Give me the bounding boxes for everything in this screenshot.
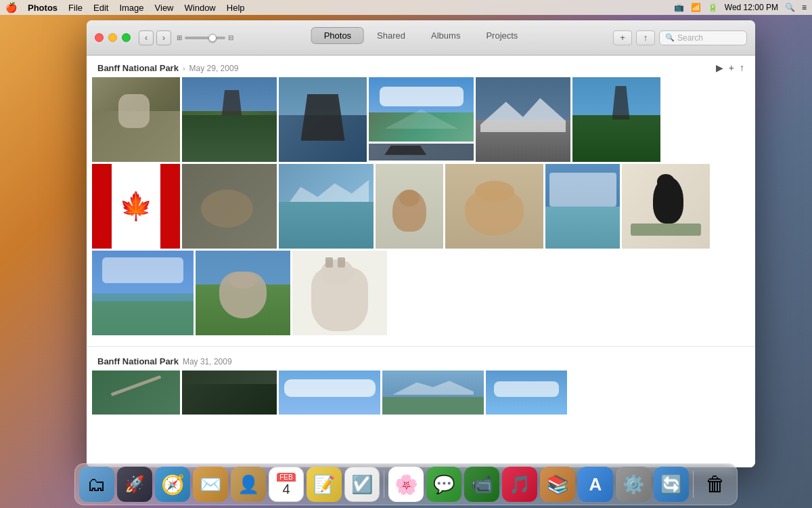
photo-cell[interactable]: [292, 251, 387, 335]
squirrel-col: [376, 164, 443, 249]
section1-share-icon[interactable]: ↑: [740, 62, 744, 73]
section2-location[interactable]: Banff National Park: [97, 356, 179, 366]
dock-appstore[interactable]: A: [578, 467, 613, 502]
slideshow-icon[interactable]: ▶: [716, 62, 723, 73]
dock-calendar[interactable]: FEB4: [269, 467, 304, 502]
dock-trash[interactable]: 🗑: [698, 467, 733, 502]
dock-separator: [384, 471, 384, 498]
section2-header: Banff National Park May 31, 2009: [87, 350, 755, 371]
photo-cell[interactable]: [182, 371, 277, 415]
share-button[interactable]: ↑: [636, 30, 655, 45]
photo-cell[interactable]: [92, 371, 180, 415]
zoom-slider[interactable]: ⊞ ⊟: [177, 34, 233, 41]
section1-date: May 29, 2009: [189, 64, 239, 73]
photo-cell[interactable]: [376, 164, 443, 249]
menu-help[interactable]: Help: [227, 3, 245, 13]
photo-cell[interactable]: [92, 77, 180, 162]
notification-icon[interactable]: ≡: [802, 3, 807, 12]
photo-row-2: 🍁: [87, 164, 755, 249]
photo-row-4: [87, 371, 755, 415]
traffic-lights: [95, 33, 131, 42]
search-icon: 🔍: [665, 33, 675, 42]
section1-location[interactable]: Banff National Park: [97, 63, 179, 73]
photo-cell[interactable]: [476, 77, 570, 162]
photo-cell[interactable]: [182, 77, 277, 162]
dock-separator-2: [693, 471, 694, 498]
menu-edit[interactable]: Edit: [93, 3, 108, 13]
apple-menu[interactable]: 🍎: [5, 2, 17, 13]
toolbar-right: + ↑ 🔍 Search: [613, 30, 747, 45]
menu-bar: 🍎 Photos File Edit Image View Window Hel…: [0, 0, 812, 15]
photo-cell[interactable]: [182, 164, 277, 249]
menu-view[interactable]: View: [155, 3, 174, 13]
close-button[interactable]: [95, 33, 104, 42]
dock-finder[interactable]: 🗂: [79, 467, 114, 502]
search-box[interactable]: 🔍 Search: [659, 30, 747, 45]
section2-date: May 31, 2009: [183, 357, 232, 366]
photo-cell[interactable]: [279, 164, 374, 249]
slider-track[interactable]: [185, 37, 225, 39]
photo-cell[interactable]: [622, 164, 710, 249]
section-divider: [87, 346, 755, 347]
zoom-small-icon: ⊞: [177, 34, 182, 41]
tab-projects[interactable]: Projects: [473, 27, 531, 44]
dock-safari[interactable]: 🧭: [155, 467, 190, 502]
dock-reminders[interactable]: ☑️: [344, 467, 380, 502]
dock: 🗂 🚀 🧭 ✉️ 👤 FEB4 📝 ☑️ 🌸 💬 📹 🎵 📚 A ⚙️ �: [74, 463, 738, 505]
add-button[interactable]: +: [613, 30, 632, 45]
dock-contacts[interactable]: 👤: [231, 467, 266, 502]
photo-cell[interactable]: [445, 164, 543, 249]
dock-photos[interactable]: 🌸: [388, 467, 424, 502]
photo-cell[interactable]: [369, 144, 474, 161]
photo-col: [369, 77, 474, 162]
dock-books[interactable]: 📚: [540, 467, 575, 502]
app-menu-photos[interactable]: Photos: [28, 3, 58, 13]
photo-cell[interactable]: [572, 77, 660, 162]
minimize-button[interactable]: [108, 33, 117, 42]
tab-bar: Photos Shared Albums Projects: [311, 27, 531, 44]
photo-cell[interactable]: [486, 371, 567, 415]
section1-toolbar: ▶ + ↑: [716, 62, 744, 73]
spotlight-icon[interactable]: 🔍: [785, 3, 795, 12]
photos-window: ‹ › ⊞ ⊟ Photos Shared Albums Projects + …: [87, 20, 755, 467]
photo-cell[interactable]: [545, 164, 620, 249]
section1-add-icon[interactable]: +: [729, 62, 734, 73]
menu-clock: Wed 12:00 PM: [725, 3, 778, 12]
tab-albums[interactable]: Albums: [418, 27, 473, 44]
nav-controls: ‹ ›: [139, 30, 171, 45]
dock-facetime[interactable]: 📹: [464, 467, 499, 502]
dock-migration[interactable]: 🔄: [654, 467, 689, 502]
dock-systemprefs[interactable]: ⚙️: [616, 467, 651, 502]
wifi-icon: 📶: [691, 3, 701, 12]
title-bar: ‹ › ⊞ ⊟ Photos Shared Albums Projects + …: [87, 20, 755, 56]
menu-window[interactable]: Window: [185, 3, 216, 13]
photo-row-1: [87, 77, 755, 162]
photo-cell[interactable]: 🍁: [92, 164, 180, 249]
slider-thumb[interactable]: [208, 34, 217, 42]
maximize-button[interactable]: [122, 33, 131, 42]
section1-arrow: ›: [183, 64, 185, 72]
photo-cell[interactable]: [279, 371, 380, 415]
photo-cell[interactable]: [369, 77, 474, 142]
photo-cell[interactable]: [279, 77, 367, 162]
photo-cell[interactable]: [92, 251, 194, 335]
zoom-large-icon: ⊟: [228, 34, 233, 41]
menu-file[interactable]: File: [68, 3, 83, 13]
battery-icon: 🔋: [708, 3, 718, 12]
photo-cell[interactable]: [382, 371, 484, 415]
forward-button[interactable]: ›: [156, 30, 171, 45]
dock-launchpad[interactable]: 🚀: [117, 467, 152, 502]
cast-icon[interactable]: 📺: [674, 3, 684, 12]
dock-messages[interactable]: 💬: [426, 467, 461, 502]
content-area: Banff National Park › May 29, 2009 ▶ + ↑: [87, 56, 755, 467]
back-button[interactable]: ‹: [139, 30, 154, 45]
search-placeholder: Search: [677, 33, 703, 43]
menu-image[interactable]: Image: [119, 3, 143, 13]
tab-shared[interactable]: Shared: [364, 27, 418, 44]
tab-photos[interactable]: Photos: [311, 27, 364, 44]
dock-notes[interactable]: 📝: [307, 467, 342, 502]
photo-cell[interactable]: [196, 251, 290, 335]
dock-music[interactable]: 🎵: [502, 467, 537, 502]
dock-airmail[interactable]: ✉️: [193, 467, 228, 502]
photo-row-3: [87, 251, 755, 335]
